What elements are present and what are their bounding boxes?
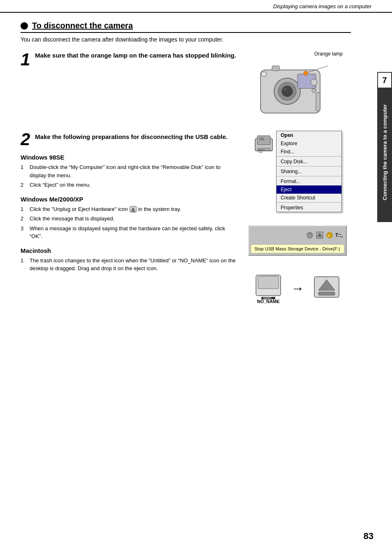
step2-number: 2 — [21, 131, 30, 148]
menu-item-find[interactable]: Find... — [277, 148, 341, 157]
svg-text:Disk: Disk — [258, 151, 263, 153]
menu-item-create-shortcut[interactable]: Create Shortcut — [277, 194, 341, 203]
step1-image-area: Orange lamp — [252, 51, 347, 123]
windowsme-steps: 1 Click the "Unplug or Eject Hardware" i… — [21, 205, 236, 241]
section-title-row: To disconnect the camera — [21, 21, 351, 33]
menu-item-properties[interactable]: Properties — [277, 204, 341, 212]
step2-left: 2 Make the following preparations for di… — [21, 131, 236, 304]
taskbar-icons: ☺ $ 7::, — [251, 228, 344, 243]
svg-point-11 — [304, 71, 308, 75]
svg-point-3 — [282, 86, 293, 97]
list-item: 1 Double-click the “My Computer” icon an… — [21, 163, 236, 179]
page-content: To disconnect the camera You can disconn… — [0, 13, 392, 329]
header-text: Displaying camera images on a computer — [273, 3, 371, 9]
system-tray-area: ☺ $ 7::, Stop USB M — [248, 225, 347, 256]
svg-rect-34 — [318, 292, 335, 295]
svg-point-9 — [312, 88, 316, 93]
macintosh-steps: 1 The trash icon changes to the eject ic… — [21, 257, 236, 273]
list-item: 2 Click “Eject” on the menu. — [21, 181, 236, 189]
page-header: Displaying camera images on a computer — [0, 0, 392, 13]
context-menu: Open Explore Find... Copy Disk... Sharin… — [276, 131, 342, 212]
stop-message: Stop USB Mass Storage Device - Drive(F:) — [251, 244, 344, 253]
drag-arrow: → — [291, 281, 304, 296]
section-title: To disconnect the camera — [32, 21, 133, 30]
windows98-title: Windows 98SE — [21, 154, 236, 161]
removable-disk-icon: Remov Disk — [253, 132, 274, 155]
svg-text:☺: ☺ — [308, 234, 311, 238]
context-menu-area: Remov Disk Open Explore Find... Copy Dis… — [253, 131, 342, 212]
step2-row: 2 Make the following preparations for di… — [21, 131, 351, 304]
list-item: 3 When a message is displayed saying tha… — [21, 225, 236, 241]
svg-text:$: $ — [328, 234, 330, 238]
step1-row: 1 Make sure that the orange lamp on the … — [21, 51, 351, 123]
list-item: 1 The trash icon changes to the eject ic… — [21, 257, 236, 273]
step1-right: Orange lamp — [248, 51, 351, 123]
page-number: 83 — [364, 531, 374, 542]
mac-icons-area: NO_NAME NO_NAME → — [254, 273, 341, 304]
svg-rect-29 — [258, 276, 279, 289]
eject-hardware-icon — [129, 206, 137, 213]
eject-icon — [312, 275, 341, 303]
list-item: 1 Click the "Unplug or Eject Hardware" i… — [21, 205, 236, 213]
svg-point-8 — [311, 79, 317, 86]
svg-rect-10 — [316, 93, 320, 111]
list-item: 2 Click the message that is displayed. — [21, 215, 236, 223]
clock: 7::, — [335, 232, 343, 238]
menu-item-eject[interactable]: Eject — [277, 185, 341, 194]
menu-item-open[interactable]: Open — [277, 131, 341, 139]
camera-svg — [252, 58, 343, 121]
orange-lamp-label: Orange lamp — [314, 51, 343, 57]
taskbar-icon3: $ — [325, 231, 334, 239]
svg-point-4 — [284, 88, 287, 91]
sidebar-tab: Connecting the camera to a computer — [377, 82, 392, 222]
no-name-icon: NO_NAME NO_NAME — [254, 273, 283, 304]
menu-item-sharing[interactable]: Sharing... — [277, 167, 341, 176]
windows98-steps: 1 Double-click the “My Computer” icon an… — [21, 163, 236, 189]
step2-header: 2 Make the following preparations for di… — [21, 131, 236, 148]
menu-item-copydisk[interactable]: Copy Disk... — [277, 157, 341, 167]
step1-desc: Make sure that the orange lamp on the ca… — [35, 51, 240, 60]
svg-rect-6 — [272, 66, 279, 71]
menu-item-explore[interactable]: Explore — [277, 139, 341, 148]
windowsme-title: Windows Me/2000/XP — [21, 196, 236, 203]
step1-number: 1 — [21, 51, 30, 68]
svg-rect-18 — [259, 137, 264, 141]
chapter-number: 7 — [377, 72, 392, 88]
step1-left: 1 Make sure that the orange lamp on the … — [21, 51, 240, 123]
macintosh-title: Macintosh — [21, 247, 236, 254]
step2-right: Remov Disk Open Explore Find... Copy Dis… — [244, 131, 351, 304]
bullet-circle-icon — [21, 22, 28, 30]
menu-item-format[interactable]: Format... — [277, 177, 341, 185]
svg-rect-15 — [131, 211, 135, 212]
svg-rect-7 — [261, 72, 266, 76]
section-subtitle: You can disconnect the camera after down… — [21, 36, 351, 43]
taskbar-icon1: ☺ — [306, 231, 314, 239]
taskbar-mock: ☺ $ 7::, Stop USB M — [248, 225, 347, 256]
taskbar-icon2 — [316, 231, 324, 239]
